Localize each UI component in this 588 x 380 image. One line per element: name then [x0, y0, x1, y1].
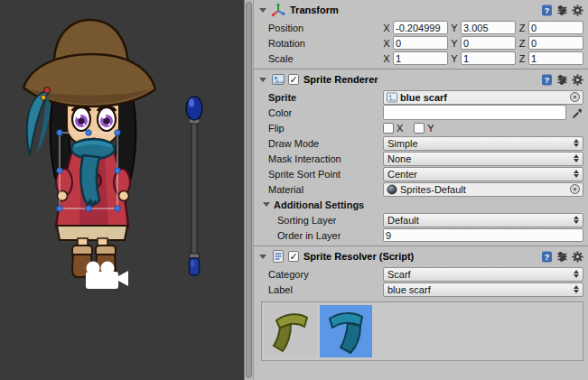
order-in-layer-field[interactable] [383, 228, 583, 242]
category-dropdown[interactable]: Scarf [383, 267, 583, 282]
camera-gizmo[interactable] [86, 262, 128, 290]
sprite-label: Sprite [268, 92, 296, 103]
component-enabled-checkbox[interactable]: ✓ [288, 251, 299, 262]
sprite-sort-point-dropdown[interactable]: Center [383, 167, 583, 181]
foldout-arrow-icon[interactable] [259, 8, 266, 13]
dropdown-arrow-icon [574, 285, 579, 293]
gear-icon[interactable] [572, 74, 583, 86]
help-icon[interactable]: ? [541, 5, 553, 16]
component-title: Sprite Renderer [303, 74, 378, 85]
presets-icon[interactable] [556, 5, 568, 16]
flip-x-checkbox[interactable] [383, 123, 394, 134]
mask-interaction-label: Mask Interaction [268, 153, 341, 164]
presets-icon[interactable] [556, 74, 568, 86]
selection-handle [115, 130, 120, 135]
sprite-renderer-component: ✓ Sprite Renderer ? Sprite [254, 69, 588, 246]
dropdown-arrow-icon [574, 270, 579, 278]
draw-mode-dropdown[interactable]: Simple [383, 136, 583, 151]
material-value: Sprites-Default [400, 184, 466, 195]
green-scarf-thumbnail [266, 306, 316, 357]
material-object-field[interactable]: Sprites-Default [383, 182, 583, 197]
additional-settings-foldout[interactable]: Additional Settings [254, 197, 588, 212]
sprite-object-field[interactable]: blue scarf [383, 90, 583, 105]
scale-label: Scale [268, 53, 294, 64]
sprite-tile-blue-scarf[interactable] [320, 305, 372, 357]
foldout-arrow-icon[interactable] [259, 78, 266, 82]
character-sprite[interactable] [23, 20, 155, 277]
order-in-layer-row: Order in Layer [254, 227, 588, 243]
foldout-arrow-icon[interactable] [263, 202, 270, 207]
component-enabled-checkbox[interactable]: ✓ [288, 74, 299, 85]
sorting-layer-value: Default [387, 215, 419, 226]
material-label: Material [268, 184, 303, 195]
eyedropper-icon[interactable] [571, 107, 583, 119]
mask-interaction-dropdown[interactable]: None [383, 152, 583, 166]
component-title: Sprite Resolver (Script) [303, 251, 414, 262]
label-label: Label [268, 284, 293, 295]
sorting-layer-label: Sorting Layer [277, 215, 336, 226]
blue-scarf-thumbnail [321, 306, 371, 357]
axis-z-label: Z [518, 53, 526, 64]
sprite-sort-point-label: Sprite Sort Point [268, 169, 341, 180]
order-in-layer-label: Order in Layer [277, 230, 341, 241]
dropdown-arrow-icon [574, 216, 579, 224]
sprite-variant-grid [261, 301, 583, 361]
axis-x-label: X [383, 23, 390, 33]
flip-y-checkbox[interactable] [414, 123, 425, 134]
position-x-field[interactable] [393, 21, 448, 34]
label-dropdown[interactable]: blue scarf [383, 283, 583, 297]
gear-icon[interactable] [572, 5, 583, 16]
scale-x-field[interactable] [393, 51, 448, 65]
color-row: Color [254, 105, 588, 120]
rotation-y-field[interactable] [461, 36, 516, 50]
rotation-row: Rotation X Y Z [254, 35, 588, 51]
sprite-renderer-icon [271, 72, 285, 87]
scale-z-field[interactable] [528, 51, 583, 65]
foldout-arrow-icon[interactable] [259, 255, 266, 259]
material-row: Material Sprites-Default [254, 181, 588, 197]
sprite-tile-green-scarf[interactable] [265, 305, 317, 357]
gear-icon[interactable] [572, 251, 583, 263]
dropdown-arrow-icon [574, 170, 579, 178]
flip-label: Flip [268, 123, 285, 134]
position-z-field[interactable] [528, 21, 583, 34]
dropdown-arrow-icon [574, 139, 579, 147]
color-swatch[interactable] [383, 105, 566, 120]
sprite-renderer-header[interactable]: ✓ Sprite Renderer ? [254, 70, 588, 89]
rotation-x-field[interactable] [393, 36, 448, 50]
help-icon[interactable]: ? [541, 251, 553, 263]
scale-y-field[interactable] [461, 51, 516, 65]
inspector-scrollbar[interactable] [244, 0, 254, 380]
sprite-resolver-icon [271, 249, 285, 264]
staff-sprite[interactable] [186, 97, 202, 275]
color-label: Color [268, 107, 292, 118]
additional-settings-label: Additional Settings [274, 199, 364, 210]
transform-component: Transform ? Position X [254, 0, 588, 69]
help-icon[interactable]: ? [541, 74, 553, 86]
rotation-z-field[interactable] [528, 36, 583, 50]
material-icon [387, 184, 397, 195]
draw-mode-row: Draw Mode Simple [254, 135, 588, 151]
sprite-resolver-header[interactable]: ✓ Sprite Resolver (Script) ? [254, 246, 588, 266]
axis-y-label: Y [451, 23, 458, 33]
sprite-thumbnail-icon [387, 92, 397, 103]
presets-icon[interactable] [556, 251, 568, 263]
sprite-sort-point-value: Center [387, 169, 417, 180]
scrollbar-thumb[interactable] [246, 2, 252, 378]
sorting-layer-dropdown[interactable]: Default [383, 213, 583, 227]
position-row: Position X Y Z [254, 20, 588, 35]
object-picker-icon[interactable] [570, 184, 580, 194]
position-y-field[interactable] [461, 21, 516, 34]
scene-view[interactable] [0, 0, 244, 380]
selection-handle [86, 206, 91, 211]
svg-text:?: ? [545, 75, 550, 84]
object-picker-icon[interactable] [570, 92, 580, 102]
selection-handle [115, 206, 120, 211]
rotation-label: Rotation [268, 38, 305, 49]
axis-y-label: Y [451, 38, 458, 49]
transform-header[interactable]: Transform ? [254, 0, 588, 20]
selection-handle [57, 130, 62, 135]
unity-editor: Transform ? Position X [0, 0, 588, 380]
category-row: Category Scarf [254, 266, 588, 282]
sprite-sort-point-row: Sprite Sort Point Center [254, 166, 588, 181]
